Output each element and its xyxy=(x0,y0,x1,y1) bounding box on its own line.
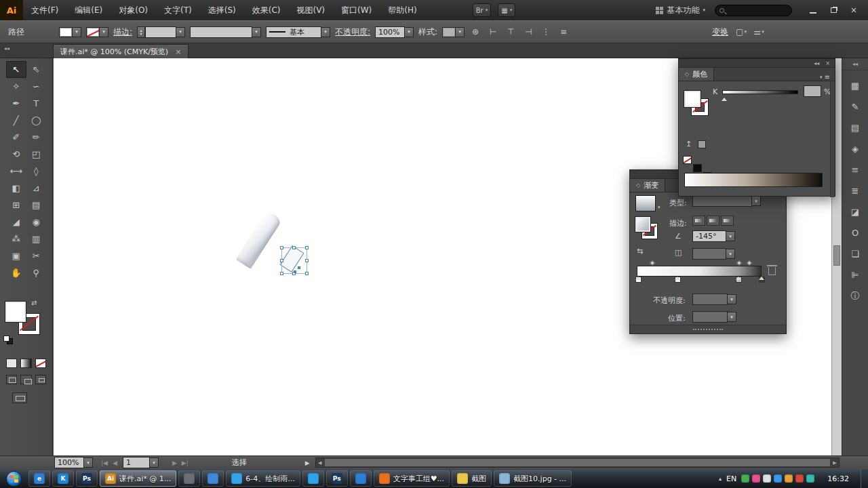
color-button[interactable] xyxy=(6,359,17,368)
color-panel-tab[interactable]: 颜色 xyxy=(679,68,714,81)
align-right-icon[interactable]: ⊣ xyxy=(522,26,534,38)
tray-expand-icon[interactable]: ▴ xyxy=(719,476,722,482)
pen-tool[interactable]: ✒ xyxy=(6,95,26,112)
language-indicator[interactable]: EN xyxy=(726,474,736,483)
arrange-documents-button[interactable]: ▦▾ xyxy=(498,3,515,17)
menu-item[interactable]: 文件(F) xyxy=(23,0,66,20)
direct-selection-tool[interactable]: ⇖ xyxy=(26,61,47,78)
aspect-ratio-combo[interactable] xyxy=(692,248,735,260)
symbol-sprayer-tool[interactable]: ⁂ xyxy=(6,230,26,247)
opacity-field[interactable]: 100% xyxy=(375,26,405,38)
stroke-gradient-within-button[interactable] xyxy=(692,216,705,226)
graphic-styles-panel-icon[interactable]: ❏ xyxy=(847,247,863,261)
tray-icon-blue[interactable] xyxy=(774,474,782,483)
distribute-objects-icon[interactable]: ⋮ xyxy=(540,26,552,38)
bridge-button[interactable]: Br▾ xyxy=(473,3,492,17)
stroke-panel-icon[interactable]: ≡ xyxy=(847,163,863,177)
gradient-fill-proxy[interactable] xyxy=(635,217,650,232)
isolate-object-icon[interactable]: ▢▾ xyxy=(735,26,747,38)
color-guide-panel-icon[interactable]: ▦ xyxy=(847,79,863,93)
free-transform-tool[interactable]: ◊ xyxy=(26,163,47,180)
style-combo[interactable] xyxy=(442,27,465,37)
tab-close-icon[interactable]: × xyxy=(175,47,181,56)
reverse-gradient-icon[interactable]: ⇆ xyxy=(637,247,643,256)
chalk-object[interactable] xyxy=(236,211,283,269)
tray-icon-teal[interactable] xyxy=(806,474,814,483)
zoom-level-field[interactable]: 100% xyxy=(54,457,84,468)
tray-icon-green[interactable] xyxy=(741,474,749,483)
menu-item[interactable]: 对象(O) xyxy=(111,0,156,20)
artboard-number-field[interactable]: 1 xyxy=(123,457,150,468)
status-expand-icon[interactable]: ▶ xyxy=(305,460,310,466)
gradient-button[interactable] xyxy=(20,359,31,368)
gradient-stop[interactable] xyxy=(635,277,642,283)
fill-color-combo[interactable] xyxy=(59,27,81,37)
minimize-button[interactable] xyxy=(803,3,823,18)
panel-close-icon[interactable]: × xyxy=(825,60,830,66)
horizontal-scrollbar-thumb[interactable] xyxy=(325,459,830,466)
tray-icon-white[interactable] xyxy=(763,474,771,483)
menu-item[interactable]: 帮助(H) xyxy=(380,0,425,20)
gradient-slider-ramp[interactable] xyxy=(637,266,762,277)
color-spectrum-ramp[interactable] xyxy=(684,173,823,187)
gradient-midpoint-marker[interactable] xyxy=(650,260,655,266)
width-tool[interactable]: ⟷ xyxy=(6,163,26,180)
anchor-point[interactable] xyxy=(298,266,300,269)
taskbar-photoshop[interactable]: Ps xyxy=(76,470,98,487)
zoom-tool[interactable]: ⚲ xyxy=(26,264,47,281)
transform-link[interactable]: 变换 xyxy=(712,26,728,38)
align-center-icon[interactable]: ⊤ xyxy=(505,26,517,38)
selection-handle[interactable] xyxy=(280,272,283,275)
selection-tool[interactable]: ↖ xyxy=(6,61,26,78)
delete-stop-icon[interactable] xyxy=(768,267,776,275)
ellipse-tool[interactable]: ◯ xyxy=(26,112,47,129)
default-fill-stroke-icon[interactable] xyxy=(3,336,14,345)
column-graph-tool[interactable]: ▥ xyxy=(26,230,47,247)
selection-handle[interactable] xyxy=(305,259,309,262)
layers-panel-icon[interactable]: ≣ xyxy=(847,184,863,198)
shape-builder-tool[interactable]: ◧ xyxy=(6,180,26,197)
menu-item[interactable]: 视图(V) xyxy=(288,0,333,20)
scroll-right-icon[interactable]: ▶ xyxy=(831,459,839,466)
gradient-stop[interactable] xyxy=(759,277,765,283)
line-segment-tool[interactable]: ╱ xyxy=(6,112,26,129)
vertical-scrollbar-thumb[interactable] xyxy=(833,245,840,266)
screen-mode-button[interactable] xyxy=(12,392,27,403)
first-artboard-icon[interactable]: |◀ xyxy=(101,460,108,466)
show-desktop-button[interactable] xyxy=(861,469,868,488)
stroke-link[interactable]: 描边: xyxy=(113,26,132,38)
last-artboard-icon[interactable]: ▶| xyxy=(182,460,189,466)
panel-fill-proxy[interactable] xyxy=(684,91,701,107)
taskbar-ie[interactable]: e xyxy=(28,470,50,487)
slice-tool[interactable]: ✂ xyxy=(26,247,47,264)
none-button[interactable] xyxy=(35,359,46,368)
previous-artboard-icon[interactable]: ◀ xyxy=(113,460,117,466)
menu-item[interactable]: 窗口(W) xyxy=(333,0,380,20)
paintbrush-tool[interactable]: ✐ xyxy=(6,129,26,146)
panel-resize-grip[interactable] xyxy=(630,325,786,333)
selection-handle[interactable] xyxy=(280,259,283,262)
gradient-preview-swatch[interactable] xyxy=(635,195,656,211)
gradient-stop[interactable] xyxy=(675,277,681,283)
taskbar-illustrator[interactable]: Ai 课件.ai* @ 1... xyxy=(100,470,176,487)
magic-wand-tool[interactable]: ✧ xyxy=(6,78,26,95)
tray-icon-pink[interactable] xyxy=(752,474,760,483)
gradient-midpoint-marker[interactable] xyxy=(747,260,752,266)
taskbar-thunder[interactable] xyxy=(350,470,372,487)
start-button[interactable] xyxy=(0,469,27,488)
selection-handle[interactable] xyxy=(305,246,309,249)
swatches-panel-icon[interactable]: ▤ xyxy=(847,121,863,135)
width-profile-combo[interactable] xyxy=(190,26,261,38)
draw-inside-button[interactable] xyxy=(35,375,46,384)
gradient-midpoint-marker[interactable] xyxy=(736,260,742,266)
tray-icon-red[interactable] xyxy=(795,474,804,483)
align-panel-icon[interactable]: ⊫ xyxy=(847,268,863,282)
select-similar-icon[interactable]: ⚌▾ xyxy=(753,26,765,38)
scale-tool[interactable]: ◰ xyxy=(26,146,47,163)
mesh-tool[interactable]: ⊞ xyxy=(6,197,26,214)
restore-button[interactable] xyxy=(823,3,844,18)
blend-tool[interactable]: ◉ xyxy=(26,214,47,230)
align-options-icon[interactable]: ≡ xyxy=(557,26,570,38)
selection-handle[interactable] xyxy=(292,246,296,249)
stroke-gradient-across-button[interactable] xyxy=(721,216,734,226)
